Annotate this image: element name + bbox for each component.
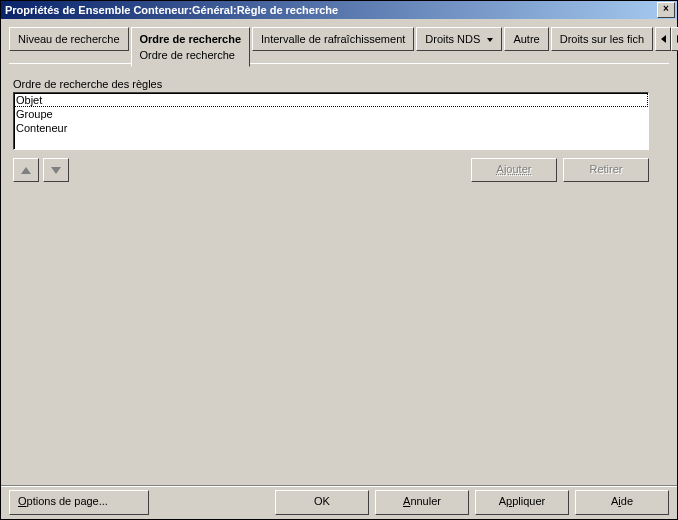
- tab-scroll-controls: [655, 27, 678, 51]
- tab-niveau-recherche[interactable]: Niveau de recherche: [9, 27, 129, 51]
- list-controls-row: Ajouter Retirer: [13, 158, 649, 182]
- remove-button[interactable]: Retirer: [563, 158, 649, 182]
- list-item[interactable]: Objet: [14, 93, 648, 107]
- tab-label: Droits NDS: [425, 33, 480, 45]
- tab-droits-fichiers[interactable]: Droits sur les fich: [551, 27, 653, 51]
- tab-label: Niveau de recherche: [18, 33, 120, 45]
- tab-subtitle: Ordre de recherche: [140, 48, 242, 62]
- apply-button[interactable]: Appliquer: [475, 490, 569, 515]
- tab-label: Droits sur les fich: [560, 33, 644, 45]
- cancel-button[interactable]: Annuler: [375, 490, 469, 515]
- tab-autre[interactable]: Autre: [504, 27, 548, 51]
- close-button[interactable]: ×: [657, 2, 675, 18]
- tab-label: Autre: [513, 33, 539, 45]
- button-label: Annuler: [403, 495, 441, 507]
- tab-strip: Niveau de recherche Ordre de recherche O…: [9, 27, 669, 63]
- list-item[interactable]: Groupe: [14, 107, 648, 121]
- rules-listbox[interactable]: Objet Groupe Conteneur: [13, 92, 649, 150]
- page-options-button[interactable]: Options de page...: [9, 490, 149, 515]
- dropdown-icon: [487, 38, 493, 42]
- tab-ordre-recherche[interactable]: Ordre de recherche Ordre de recherche: [131, 27, 251, 67]
- tab-scroll-left-button[interactable]: [655, 27, 671, 51]
- help-button[interactable]: Aide: [575, 490, 669, 515]
- move-up-button[interactable]: [13, 158, 39, 182]
- tab-panel: Ordre de recherche des règles Objet Grou…: [9, 63, 669, 477]
- window-title: Propriétés de Ensemble Conteneur:Général…: [5, 4, 657, 16]
- tab-scroll-right-button[interactable]: [671, 27, 678, 51]
- tab-label: Ordre de recherche: [140, 33, 242, 45]
- tab-intervalle-rafraichissement[interactable]: Intervalle de rafraîchissement: [252, 27, 414, 51]
- listbox-label: Ordre de recherche des règles: [13, 78, 665, 90]
- arrow-up-icon: [21, 167, 31, 174]
- button-label: Options de page...: [18, 495, 108, 507]
- tab-label: Intervalle de rafraîchissement: [261, 33, 405, 45]
- ok-button[interactable]: OK: [275, 490, 369, 515]
- tab-droits-nds[interactable]: Droits NDS: [416, 27, 502, 51]
- button-label: Appliquer: [499, 495, 546, 507]
- list-item[interactable]: Conteneur: [14, 121, 648, 135]
- move-down-button[interactable]: [43, 158, 69, 182]
- arrow-left-icon: [661, 35, 666, 43]
- content-area: Niveau de recherche Ordre de recherche O…: [1, 19, 677, 485]
- add-button[interactable]: Ajouter: [471, 158, 557, 182]
- dialog-button-bar: Options de page... OK Annuler Appliquer …: [1, 485, 677, 519]
- arrow-down-icon: [51, 167, 61, 174]
- dialog-window: Propriétés de Ensemble Conteneur:Général…: [0, 0, 678, 520]
- button-label: Aide: [611, 495, 633, 507]
- titlebar: Propriétés de Ensemble Conteneur:Général…: [1, 1, 677, 19]
- close-icon: ×: [663, 3, 669, 14]
